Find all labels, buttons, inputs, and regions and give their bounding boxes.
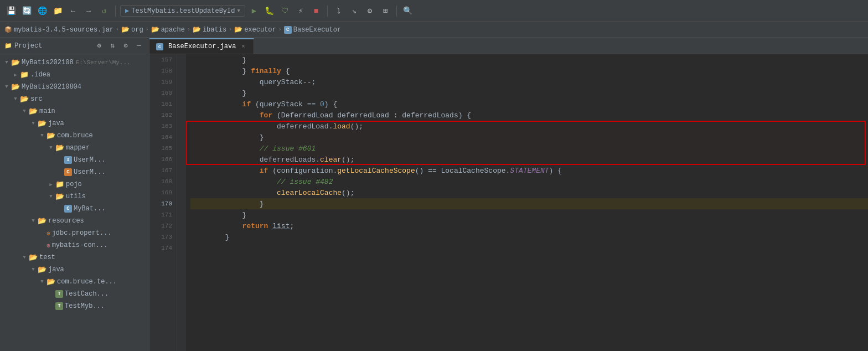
breadcrumb-ibatis-label: ibatis [203,26,226,34]
tree-item-mybatisutils[interactable]: C MyBat... [0,203,149,215]
folder-icon: 📂 [55,143,64,152]
browser-button[interactable]: 🌐 [35,4,49,18]
code-line-166: deferredLoads.clear(); [190,154,868,165]
tab-base-executor[interactable]: C BaseExecutor.java × [149,38,254,54]
tab-bar: C BaseExecutor.java × [149,38,868,54]
folder-icon: 📁 [20,70,29,79]
tree-item-usermapper-class[interactable]: C UserM... [0,166,149,178]
tree-item-main[interactable]: ▼ 📂 main [0,105,149,117]
tree-label: MyBat... [74,205,106,213]
tree-item-mybatis202108[interactable]: ▼ 📂 MyBatis202108 E:\Server\My... [0,56,149,69]
step-over-button[interactable]: ⤵ [332,4,345,18]
project-icon: 📁 [4,42,12,49]
line-num-157: 157 [149,54,177,65]
tree-item-testcache[interactable]: T TestCach... [0,288,149,300]
open-file-button[interactable]: 📁 [51,4,64,18]
tree-arrow [46,302,55,311]
tree-label: MyBatis20210804 [22,83,81,91]
breadcrumb-apache[interactable]: 📂 apache [151,25,185,34]
tree-item-com-bruce-test[interactable]: ▼ 📂 com.bruce.te... [0,276,149,288]
code-content[interactable]: } } finally { queryStack--; [186,54,868,254]
tree-item-com-bruce[interactable]: ▼ 📂 com.bruce [0,130,149,142]
forward-button[interactable]: → [82,4,95,18]
java-class-icon2: C [64,205,72,213]
tree-arrow: ▼ [2,82,11,91]
tree-label: main [39,107,55,115]
tree-arrow: ▼ [38,131,46,140]
line-num-170: 170 [149,198,177,209]
tree-item-testmybatis[interactable]: T TestMyb... [0,300,149,312]
breadcrumb-executor[interactable]: 📂 executor [234,25,276,34]
tree-item-pojo[interactable]: ▶ 📁 pojo [0,178,149,190]
rerun-button[interactable]: ↺ [97,4,111,18]
tree-arrow [55,156,64,164]
profile-button[interactable]: ⚡ [294,4,307,18]
tree-item-mybatis20210804[interactable]: ▼ 📂 MyBatis20210804 [0,81,149,93]
breadcrumb-org[interactable]: 📂 org [121,25,143,34]
tree-item-mybatis-config[interactable]: ⚙ mybatis-con... [0,239,149,251]
tree-item-jdbc-properties[interactable]: ⚙ jdbc.propert... [0,227,149,239]
tree-label: mybatis-con... [52,241,108,249]
stop-button[interactable]: ■ [309,4,323,18]
step-into-button[interactable]: ↘ [348,4,361,18]
breadcrumb-class[interactable]: C BaseExecutor [284,26,341,34]
tree-label: UserM... [74,168,106,176]
breadcrumb-sep-3: › [229,27,232,33]
tree-label: java [48,266,64,273]
tree-item-test[interactable]: ▼ 📂 test [0,251,149,264]
sidebar-settings-button[interactable]: ⚙ [120,40,131,51]
search-button[interactable]: 🔍 [401,4,415,18]
debug-button[interactable]: 🐛 [263,4,276,18]
tree-label: com.bruce.te... [57,278,117,286]
tree-item-src[interactable]: ▼ 📂 src [0,93,149,105]
tree-label: jdbc.propert... [52,229,112,237]
sidebar-equalize-button[interactable]: ⇅ [107,40,118,51]
sidebar-minimize-button[interactable]: — [133,40,144,51]
code-line-174 [190,242,868,254]
line-num-174: 174 [149,242,177,254]
tree-arrow [55,204,64,213]
main-layout: 📁 Project ⚙ ⇅ ⚙ — ▼ 📂 MyBatis202108 E:\S… [0,38,868,351]
code-line-171: } [190,209,868,220]
coverage-button[interactable]: 🛡 [278,4,292,18]
tree-item-java-test[interactable]: ▼ 📂 java [0,264,149,276]
tree-label: pojo [66,180,82,188]
breadcrumb-sep-2: › [187,27,190,33]
line-num-158: 158 [149,65,177,76]
breadcrumb-sep-1: › [146,27,149,33]
tree-arrow: ▼ [29,265,38,274]
layout-button[interactable]: ⊞ [379,4,392,18]
settings-button[interactable]: ⚙ [363,4,376,18]
gutter [177,54,186,351]
code-line-172: return list; [190,220,868,231]
line-num-167: 167 [149,165,177,176]
tree-item-mapper[interactable]: ▼ 📂 mapper [0,142,149,154]
run-config-selector[interactable]: ▶ TestMybatis.testUpdateById ▼ [120,5,245,17]
breadcrumb-class-label: BaseExecutor [293,26,341,34]
tree-item-usermapper-interface[interactable]: I UserM... [0,154,149,166]
sync-button[interactable]: 🔄 [20,4,33,18]
code-line-165: // issue #601 [190,143,868,154]
java-test-icon: T [55,290,63,298]
tree-item-resources[interactable]: ▼ 📂 resources [0,215,149,227]
folder-icon: 📂 [46,277,55,286]
code-wrapper: } } finally { queryStack--; [186,54,868,351]
breadcrumb-jar[interactable]: 📦 mybatis-3.4.5-sources.jar [4,26,113,34]
tree-label: com.bruce [57,132,93,140]
breadcrumb-ibatis[interactable]: 📂 ibatis [193,25,226,34]
tree-item-idea[interactable]: ▶ 📁 .idea [0,69,149,81]
sidebar-gear-button[interactable]: ⚙ [94,40,105,51]
folder-icon-3: 📂 [234,25,242,34]
tab-close-button[interactable]: × [239,43,247,50]
tree-item-java[interactable]: ▼ 📂 java [0,117,149,130]
tree-arrow: ▼ [46,192,55,201]
run-button[interactable]: ▶ [247,4,261,18]
back-button[interactable]: ← [66,4,80,18]
sidebar-header: 📁 Project ⚙ ⇅ ⚙ — [0,38,149,54]
save-button[interactable]: 💾 [4,4,18,18]
tree-label: java [48,120,64,127]
line-numbers: 157 158 159 160 161 162 163 164 165 166 … [149,54,177,351]
line-num-160: 160 [149,87,177,99]
line-num-161: 161 [149,99,177,110]
tree-item-utils[interactable]: ▼ 📂 utils [0,190,149,203]
